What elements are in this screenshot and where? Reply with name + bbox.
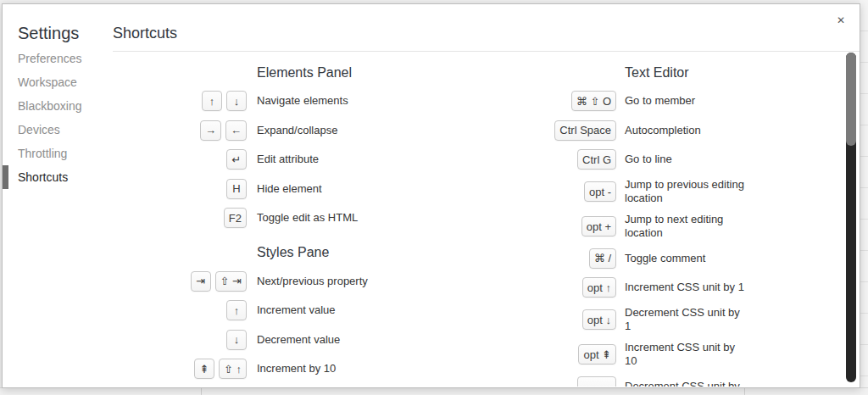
shortcut-label-line: Go to line: [625, 153, 672, 166]
shortcut-row: opt -Jump to previous editinglocation: [492, 175, 832, 209]
shortcut-label-line: Increment by 10: [257, 362, 336, 376]
page-title: Shortcuts: [113, 21, 177, 45]
key-group: ⇥⇧ ⇥: [123, 271, 247, 292]
shortcut-label-line: 10: [625, 354, 735, 368]
keyboard-key: [577, 376, 616, 387]
section-title: Styles Pane: [123, 238, 453, 267]
shortcut-label-line: Jump to previous editing: [625, 178, 744, 192]
settings-dialog-title: Settings: [18, 23, 79, 43]
key-group: ⌘ ⇧ O: [492, 91, 616, 111]
shortcuts-column-right: Text Editor⌘ ⇧ OGo to memberCtrl SpaceAu…: [492, 59, 832, 387]
shortcut-row: opt ↑Increment CSS unit by 1: [492, 273, 832, 303]
key-group: ⌘ /: [492, 248, 616, 269]
keyboard-key: ↓: [226, 330, 247, 350]
shortcut-label-line: location: [625, 226, 723, 240]
keyboard-key: ⇧ ⇥: [215, 271, 247, 292]
shortcut-label: Navigate elements: [257, 94, 348, 108]
key-group: ↑↓: [123, 91, 247, 111]
shortcut-label: Next/previous property: [257, 275, 368, 288]
keyboard-key: opt ↑: [582, 277, 616, 298]
scrollbar-thumb[interactable]: [846, 53, 856, 146]
keyboard-key: ↓: [226, 91, 247, 111]
shortcut-label-line: Hide element: [257, 182, 322, 196]
key-group: opt ↓: [492, 309, 616, 330]
shortcut-label: Increment value: [257, 303, 336, 317]
key-group: opt ↑: [492, 277, 616, 298]
shortcut-label-line: Autocompletion: [625, 124, 701, 137]
keyboard-key: ⇥: [191, 271, 211, 292]
shortcut-label: Hide element: [257, 182, 322, 196]
key-group: ↑: [123, 300, 247, 320]
key-group: opt -: [492, 181, 616, 202]
shortcut-row: Decrement CSS unit by: [492, 372, 832, 387]
keyboard-key: ↵: [226, 149, 247, 170]
keyboard-key: Ctrl G: [577, 149, 616, 170]
keyboard-key: F2: [224, 208, 247, 228]
shortcut-label-line: Toggle comment: [625, 252, 705, 265]
key-group: H: [123, 179, 247, 199]
shortcut-label-line: Toggle edit as HTML: [257, 211, 358, 225]
section-title: Text Editor: [492, 59, 832, 86]
shortcut-row: HHide element: [123, 175, 453, 204]
settings-dialog: Settings PreferencesWorkspaceBlackboxing…: [2, 3, 860, 388]
shortcut-row: Ctrl SpaceAutocompletion: [492, 116, 832, 146]
keyboard-key: opt +: [581, 216, 616, 236]
shortcut-label-line: 1: [625, 320, 740, 333]
shortcut-label-line: Increment CSS unit by: [625, 341, 735, 354]
shortcut-label: Increment by 10: [257, 362, 336, 376]
keyboard-key: ←: [225, 120, 247, 141]
key-group: →←: [123, 120, 247, 141]
shortcut-label: Autocompletion: [625, 124, 701, 137]
shortcut-label-line: Go to member: [625, 94, 695, 108]
shortcut-label: Decrement value: [257, 333, 340, 347]
shortcut-label-line: Decrement CSS unit by: [625, 306, 740, 320]
shortcut-row: opt ↓Decrement CSS unit by1: [492, 303, 832, 337]
shortcut-label-line: Next/previous property: [257, 275, 368, 288]
shortcut-label-line: location: [625, 192, 744, 205]
close-icon[interactable]: ✕: [833, 13, 849, 28]
shortcut-label: Toggle comment: [625, 252, 705, 265]
keyboard-key: H: [226, 179, 247, 199]
keyboard-key: ↑: [202, 91, 222, 111]
shortcut-row: →←Expand/collapse: [123, 116, 453, 146]
background-table-line: [201, 388, 202, 395]
background-page-right: [860, 0, 868, 395]
keyboard-key: ⌘ /: [589, 248, 616, 269]
shortcut-row: F2Toggle edit as HTML: [123, 203, 453, 233]
key-group: ↵: [123, 149, 247, 170]
shortcut-label: Go to member: [625, 94, 695, 108]
keyboard-key: ↑: [226, 300, 247, 320]
shortcut-row: ↵Edit attribute: [123, 145, 453, 175]
shortcut-label: Increment CSS unit by10: [625, 341, 735, 368]
shortcut-label: Decrement CSS unit by1: [625, 306, 740, 333]
shortcut-label: Toggle edit as HTML: [257, 211, 358, 225]
shortcut-row: ⇥⇧ ⇥Next/previous property: [123, 267, 453, 297]
keyboard-key: ⇞: [194, 359, 214, 379]
shortcut-row: ⌘ ⇧ OGo to member: [492, 86, 832, 116]
shortcut-label-line: Edit attribute: [257, 153, 319, 166]
key-group: opt ⇞: [492, 344, 616, 364]
shortcut-row: opt ⇞Increment CSS unit by10: [492, 337, 832, 372]
key-group: F2: [123, 208, 247, 228]
shortcut-label-line: Expand/collapse: [257, 124, 337, 137]
shortcut-row: ⇞⇧ ↑Increment by 10: [123, 354, 453, 384]
shortcut-label: Increment CSS unit by 1: [625, 281, 744, 294]
shortcut-label-line: Decrement value: [257, 333, 340, 347]
shortcut-row: Ctrl GGo to line: [492, 145, 832, 175]
key-group: ↓: [123, 330, 247, 350]
key-group: opt +: [492, 216, 616, 236]
shortcut-label-line: Decrement CSS unit by: [625, 380, 740, 387]
keyboard-key: ⌘ ⇧ O: [571, 91, 616, 111]
shortcut-row: ↑Increment value: [123, 296, 453, 325]
shortcuts-content: Elements Panel↑↓Navigate elements→←Expan…: [3, 52, 860, 387]
section-title: Elements Panel: [123, 59, 453, 86]
key-group: ⇞⇧ ↑: [123, 359, 247, 379]
key-group: [492, 376, 616, 387]
keyboard-key: opt -: [584, 181, 616, 202]
shortcut-label: Go to line: [625, 153, 672, 166]
shortcut-label-line: Increment value: [257, 303, 336, 317]
keyboard-key: ⇧ ↑: [219, 359, 247, 379]
shortcut-row: ↓Decrement value: [123, 325, 453, 355]
shortcut-row: opt +Jump to next editinglocation: [492, 209, 832, 244]
shortcut-label: Jump to next editinglocation: [625, 213, 723, 240]
